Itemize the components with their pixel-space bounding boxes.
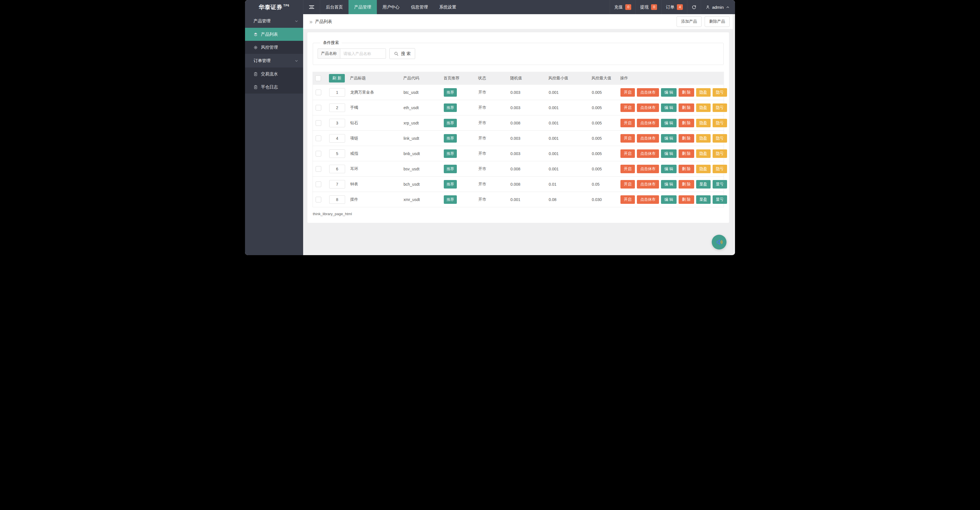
action-button-open[interactable]: 开启 bbox=[620, 165, 635, 173]
recommend-badge[interactable]: 推荐 bbox=[444, 180, 457, 189]
sidebar-item-trade-flow[interactable]: 交易流水 bbox=[245, 67, 303, 81]
action-button-close-market[interactable]: 点击休市 bbox=[637, 119, 659, 127]
action-button-delete[interactable]: 删 除 bbox=[679, 88, 694, 97]
row-actions: 开启点击休市编 辑删 除显盈显亏 bbox=[618, 195, 727, 204]
nav-stat-orders[interactable]: 订单4 bbox=[661, 0, 687, 14]
recommend-badge[interactable]: 推荐 bbox=[444, 103, 457, 112]
action-button-show-profit[interactable]: 显盈 bbox=[696, 180, 711, 189]
action-button-edit[interactable]: 编 辑 bbox=[661, 134, 676, 143]
recommend-badge[interactable]: 推荐 bbox=[444, 165, 457, 173]
chevron-up-icon bbox=[725, 5, 730, 10]
action-button-hide-profit[interactable]: 隐盈 bbox=[696, 103, 711, 112]
sidebar-item-product-list[interactable]: 产品列表 bbox=[245, 28, 303, 41]
sort-input[interactable] bbox=[329, 165, 345, 173]
action-button-edit[interactable]: 编 辑 bbox=[661, 103, 676, 112]
action-button-delete[interactable]: 删 除 bbox=[679, 165, 694, 173]
random-value: 0.008 bbox=[511, 121, 549, 125]
action-button-close-market[interactable]: 点击休市 bbox=[637, 195, 659, 204]
recommend-badge[interactable]: 推荐 bbox=[444, 134, 457, 143]
action-button-hide-profit[interactable]: 隐盈 bbox=[696, 134, 711, 143]
action-button-hide-loss[interactable]: 隐亏 bbox=[713, 149, 727, 158]
sort-input[interactable] bbox=[329, 103, 345, 112]
action-button-delete[interactable]: 删 除 bbox=[679, 149, 694, 158]
row-checkbox[interactable] bbox=[316, 197, 321, 202]
action-button-close-market[interactable]: 点击休市 bbox=[637, 103, 659, 112]
action-button-close-market[interactable]: 点击休市 bbox=[637, 149, 659, 158]
select-all-checkbox[interactable] bbox=[315, 75, 321, 81]
action-button-hide-profit[interactable]: 隐盈 bbox=[696, 88, 711, 97]
action-button-edit[interactable]: 编 辑 bbox=[661, 195, 676, 204]
table-refresh-button[interactable]: 刷 新 bbox=[329, 74, 345, 83]
row-checkbox[interactable] bbox=[316, 90, 321, 95]
scrollbar-track[interactable] bbox=[733, 14, 735, 255]
action-button-hide-loss[interactable]: 隐亏 bbox=[713, 88, 727, 97]
action-button-hide-loss[interactable]: 隐亏 bbox=[713, 134, 727, 143]
sort-input[interactable] bbox=[329, 88, 345, 97]
action-button-close-market[interactable]: 点击休市 bbox=[637, 180, 659, 189]
sidebar-group-product-manage[interactable]: 产品管理 bbox=[245, 14, 303, 28]
action-button-edit[interactable]: 编 辑 bbox=[661, 88, 676, 97]
action-button-open[interactable]: 开启 bbox=[620, 88, 635, 97]
action-button-edit[interactable]: 编 辑 bbox=[661, 180, 676, 189]
nav-stat-withdraw[interactable]: 提现0 bbox=[635, 0, 661, 14]
menu-toggle-button[interactable] bbox=[303, 0, 320, 14]
nav-tab-system-settings[interactable]: 系统设置 bbox=[434, 0, 462, 14]
row-checkbox[interactable] bbox=[316, 105, 321, 111]
action-button-open[interactable]: 开启 bbox=[620, 119, 635, 127]
action-button-hide-loss[interactable]: 隐亏 bbox=[713, 165, 727, 173]
delete-product-button[interactable]: 删除产品 bbox=[705, 16, 730, 27]
search-button[interactable]: 搜 索 bbox=[389, 48, 415, 59]
sidebar-item-close-log[interactable]: 平仓日志 bbox=[245, 81, 303, 94]
sort-input[interactable] bbox=[329, 180, 345, 189]
recommend-badge[interactable]: 推荐 bbox=[444, 119, 457, 127]
action-button-delete[interactable]: 删 除 bbox=[679, 103, 694, 112]
refresh-button[interactable] bbox=[687, 0, 701, 14]
action-button-hide-loss[interactable]: 隐亏 bbox=[713, 103, 727, 112]
action-button-hide-profit[interactable]: 隐盈 bbox=[696, 165, 711, 173]
sort-input[interactable] bbox=[329, 149, 345, 158]
action-button-close-market[interactable]: 点击休市 bbox=[637, 134, 659, 143]
action-button-hide-loss[interactable]: 隐亏 bbox=[713, 119, 727, 127]
sort-input[interactable] bbox=[329, 134, 345, 143]
nav-tab-product-manage[interactable]: 产品管理 bbox=[348, 0, 377, 14]
action-button-open[interactable]: 开启 bbox=[620, 149, 635, 158]
action-button-delete[interactable]: 删 除 bbox=[679, 134, 694, 143]
row-checkbox[interactable] bbox=[316, 151, 321, 156]
nav-tab-dashboard[interactable]: 后台首页 bbox=[320, 0, 348, 14]
sidebar-group-order-manage[interactable]: 订单管理 bbox=[245, 54, 303, 67]
sort-input[interactable] bbox=[329, 119, 345, 127]
nav-tab-info-manage[interactable]: 信息管理 bbox=[405, 0, 434, 14]
sort-input[interactable] bbox=[329, 195, 345, 204]
row-checkbox[interactable] bbox=[316, 181, 321, 187]
row-checkbox[interactable] bbox=[316, 135, 321, 141]
action-button-close-market[interactable]: 点击休市 bbox=[637, 88, 659, 97]
nav-tab-user-center[interactable]: 用户中心 bbox=[377, 0, 405, 14]
nav-stat-recharge[interactable]: 充值0 bbox=[610, 0, 635, 14]
action-button-edit[interactable]: 编 辑 bbox=[661, 149, 676, 158]
action-button-delete[interactable]: 删 除 bbox=[679, 195, 694, 204]
action-button-show-loss[interactable]: 显亏 bbox=[713, 195, 727, 204]
action-button-hide-profit[interactable]: 隐盈 bbox=[696, 119, 711, 127]
recommend-badge[interactable]: 推荐 bbox=[444, 149, 457, 158]
action-button-open[interactable]: 开启 bbox=[620, 195, 635, 204]
action-button-open[interactable]: 开启 bbox=[620, 103, 635, 112]
recommend-badge[interactable]: 推荐 bbox=[444, 88, 457, 97]
user-menu[interactable]: admin bbox=[701, 0, 735, 14]
row-checkbox[interactable] bbox=[316, 120, 321, 126]
action-button-show-loss[interactable]: 显亏 bbox=[713, 180, 727, 189]
sidebar-item-risk-manage[interactable]: 风控管理 bbox=[245, 41, 303, 54]
action-button-edit[interactable]: 编 辑 bbox=[661, 165, 676, 173]
action-button-edit[interactable]: 编 辑 bbox=[661, 119, 676, 127]
product-name-input[interactable] bbox=[340, 48, 386, 59]
action-button-open[interactable]: 开启 bbox=[620, 134, 635, 143]
action-button-open[interactable]: 开启 bbox=[620, 180, 635, 189]
action-button-close-market[interactable]: 点击休市 bbox=[637, 165, 659, 173]
recommend-badge[interactable]: 推荐 bbox=[444, 195, 457, 204]
action-button-delete[interactable]: 删 除 bbox=[679, 180, 694, 189]
row-checkbox[interactable] bbox=[316, 166, 321, 172]
sound-toggle-button[interactable] bbox=[712, 235, 727, 249]
action-button-hide-profit[interactable]: 隐盈 bbox=[696, 149, 711, 158]
action-button-delete[interactable]: 删 除 bbox=[679, 119, 694, 127]
add-product-button[interactable]: 添加产品 bbox=[676, 16, 702, 27]
action-button-show-profit[interactable]: 显盈 bbox=[696, 195, 711, 204]
